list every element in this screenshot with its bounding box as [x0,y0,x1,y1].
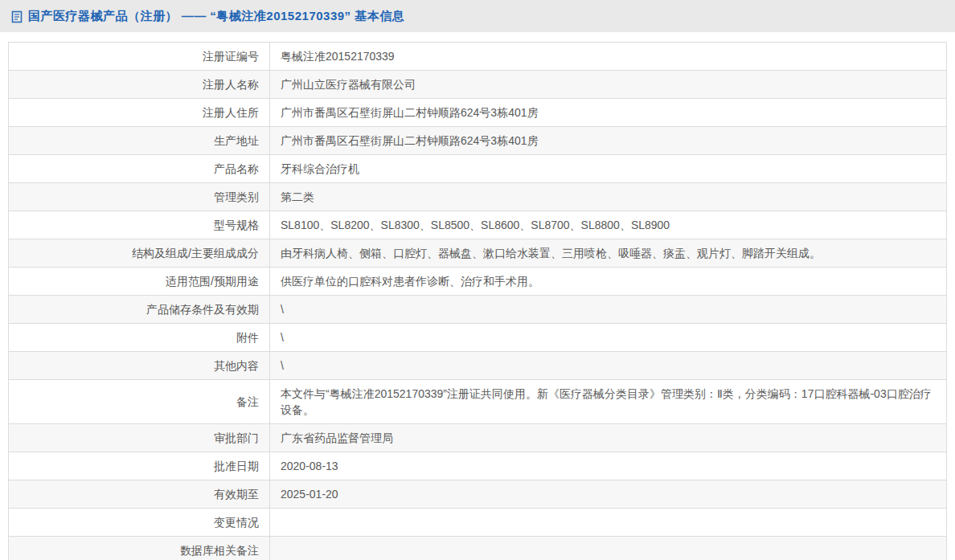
table-row: 结构及组成/主要组成成分由牙科病人椅、侧箱、口腔灯、器械盘、漱口给水装置、三用喷… [9,239,947,268]
row-label: 产品名称 [9,155,270,183]
row-label: 型号规格 [9,211,270,239]
table-row: 产品储存条件及有效期\ [9,296,947,324]
row-value: 本文件与“粤械注准20152170339”注册证共同使用。新《医疗器械分类目录》… [270,380,947,424]
row-value: SL8100、SL8200、SL8300、SL8500、SL8600、SL870… [270,211,947,239]
table-row: 审批部门广东省药品监督管理局 [9,424,947,452]
table-row: 备注本文件与“粤械注准20152170339”注册证共同使用。新《医疗器械分类目… [9,380,947,424]
row-label: 生产地址 [9,127,270,155]
row-label: 注册人住所 [9,99,270,127]
row-label: 备注 [9,380,270,424]
row-label: 其他内容 [9,352,270,380]
row-value: \ [270,296,947,324]
row-value [270,509,947,537]
table-row: 变更情况 [9,509,947,537]
row-value: 粤械注准20152170339 [270,43,947,71]
row-value: 牙科综合治疗机 [270,155,947,183]
table-row: 注册人名称广州山立医疗器械有限公司 [9,71,947,99]
row-label: 注册证编号 [9,43,270,71]
row-label: 结构及组成/主要组成成分 [9,239,270,268]
row-value: 由牙科病人椅、侧箱、口腔灯、器械盘、漱口给水装置、三用喷枪、吸唾器、痰盂、观片灯… [270,239,947,268]
row-label: 有效期至 [9,480,270,509]
row-value: 2020-08-13 [270,452,947,480]
table-row: 型号规格SL8100、SL8200、SL8300、SL8500、SL8600、S… [9,211,947,239]
table-row: 生产地址广州市番禺区石壁街屏山二村钟顺路624号3栋401房 [9,127,947,155]
table-row: 有效期至2025-01-20 [9,480,947,509]
row-label: 数据库相关备注 [9,537,270,560]
page-title: 国产医疗器械产品（注册） —— “粤械注准20152170339” 基本信息 [28,9,404,24]
row-label: 附件 [9,324,270,352]
row-label: 注册人名称 [9,71,270,99]
row-value: 广州山立医疗器械有限公司 [270,71,947,99]
row-label: 产品储存条件及有效期 [9,296,270,324]
table-row: 数据库相关备注 [9,537,947,560]
row-label: 管理类别 [9,183,270,211]
row-value [270,537,947,560]
table-row: 附件\ [9,324,947,352]
table-body: 注册证编号粤械注准20152170339注册人名称广州山立医疗器械有限公司注册人… [9,43,947,560]
row-label: 审批部门 [9,424,270,452]
row-value: 广州市番禺区石壁街屏山二村钟顺路624号3栋401房 [270,127,947,155]
table-row: 适用范围/预期用途供医疗单位的口腔科对患者作诊断、治疗和手术用。 [9,268,947,296]
row-value: \ [270,352,947,380]
table-row: 管理类别第二类 [9,183,947,211]
row-value: 第二类 [270,183,947,211]
row-value: 广东省药品监督管理局 [270,424,947,452]
table-row: 批准日期2020-08-13 [9,452,947,480]
table-row: 注册证编号粤械注准20152170339 [9,43,947,71]
table-row: 其他内容\ [9,352,947,380]
content-panel: 注册证编号粤械注准20152170339注册人名称广州山立医疗器械有限公司注册人… [0,32,955,560]
row-value: 广州市番禺区石壁街屏山二村钟顺路624号3栋401房 [270,99,947,127]
row-label: 批准日期 [9,452,270,480]
table-row: 注册人住所广州市番禺区石壁街屏山二村钟顺路624号3栋401房 [9,99,947,127]
table-row: 产品名称牙科综合治疗机 [9,155,947,183]
document-icon [11,10,23,23]
page-header: 国产医疗器械产品（注册） —— “粤械注准20152170339” 基本信息 [0,0,955,32]
row-value: \ [270,324,947,352]
row-value: 2025-01-20 [270,480,947,509]
row-label: 适用范围/预期用途 [9,268,270,296]
registration-info-table: 注册证编号粤械注准20152170339注册人名称广州山立医疗器械有限公司注册人… [8,42,947,560]
row-label: 变更情况 [9,509,270,537]
row-value: 供医疗单位的口腔科对患者作诊断、治疗和手术用。 [270,268,947,296]
